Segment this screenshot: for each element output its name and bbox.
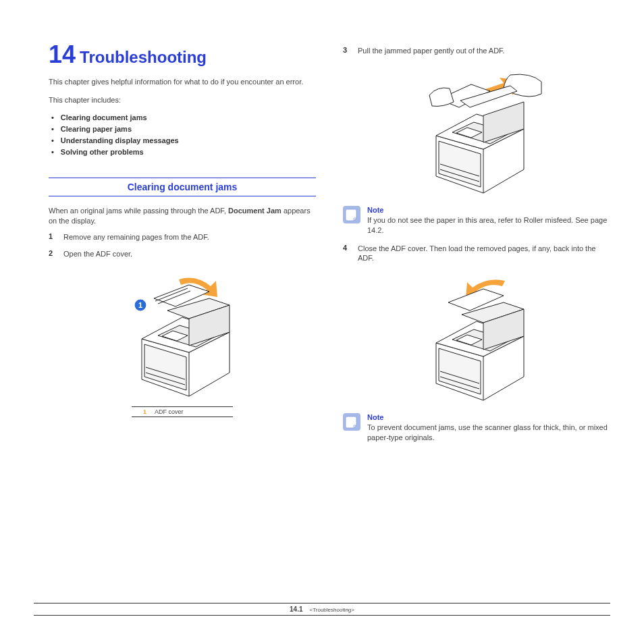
step-3: 3 Pull the jammed paper gently out of th… <box>343 46 610 56</box>
figure-open-adf-cover: 1 <box>49 271 316 400</box>
step-text: Remove any remaining pages from the ADF. <box>63 232 209 242</box>
toc-item[interactable]: Solving other problems <box>49 148 316 156</box>
step-4: 4 Close the ADF cover. Then load the rem… <box>343 244 610 264</box>
note-icon <box>343 413 360 431</box>
chapter-title: 14Troubleshooting <box>49 41 316 69</box>
note-heading: Note <box>367 413 610 421</box>
section-heading: Clearing document jams <box>128 182 238 192</box>
note-body: If you do not see the paper in this area… <box>367 215 610 236</box>
chapter-toc-list: Clearing document jams Clearing paper ja… <box>49 113 316 156</box>
chapter-number: 14 <box>49 41 76 68</box>
footer-title: <Troubleshooting> <box>310 607 354 613</box>
page-footer: 14.1 <Troubleshooting> <box>34 603 610 616</box>
figure-pull-jammed-paper <box>343 68 610 196</box>
step-1: 1 Remove any remaining pages from the AD… <box>49 232 316 242</box>
toc-item[interactable]: Clearing document jams <box>49 113 316 122</box>
intro-paragraph-2: This chapter includes: <box>49 95 316 105</box>
toc-item[interactable]: Understanding display messages <box>49 136 316 144</box>
chapter-title-text: Troubleshooting <box>80 48 207 66</box>
note-icon <box>343 206 360 223</box>
section-heading-rule: Clearing document jams <box>49 178 316 196</box>
figure1-caption: 1 ADF cover <box>132 406 233 417</box>
figure-close-adf-cover <box>343 275 610 404</box>
note-body: To prevent document jams, use the scanne… <box>367 423 610 443</box>
toc-item[interactable]: Clearing paper jams <box>49 125 316 133</box>
step-text: Close the ADF cover. Then load the remov… <box>358 244 610 264</box>
printer-illustration-2 <box>409 68 544 196</box>
lead-pre: When an original jams while passing thro… <box>49 207 228 215</box>
step-number: 3 <box>343 46 358 54</box>
step-2: 2 Open the ADF cover. <box>49 249 316 259</box>
caption-number: 1 <box>132 408 155 415</box>
step-number: 1 <box>49 232 63 240</box>
caption-label: ADF cover <box>155 408 184 415</box>
printer-illustration-3 <box>409 275 544 404</box>
lead-bold: Document Jam <box>228 207 281 215</box>
note-2: Note To prevent document jams, use the s… <box>343 413 610 443</box>
step-number: 4 <box>343 244 358 252</box>
intro-paragraph-1: This chapter gives helpful information f… <box>49 77 316 87</box>
section-lead: When an original jams while passing thro… <box>49 206 316 226</box>
printer-illustration-1: 1 <box>115 271 250 400</box>
step-text: Pull the jammed paper gently out of the … <box>358 46 505 56</box>
note-heading: Note <box>367 206 610 214</box>
step-number: 2 <box>49 249 63 257</box>
step-text: Open the ADF cover. <box>63 249 132 259</box>
figure1-callout-number: 1 <box>138 301 142 309</box>
note-1: Note If you do not see the paper in this… <box>343 206 610 236</box>
page-number: 14.1 <box>290 606 302 613</box>
